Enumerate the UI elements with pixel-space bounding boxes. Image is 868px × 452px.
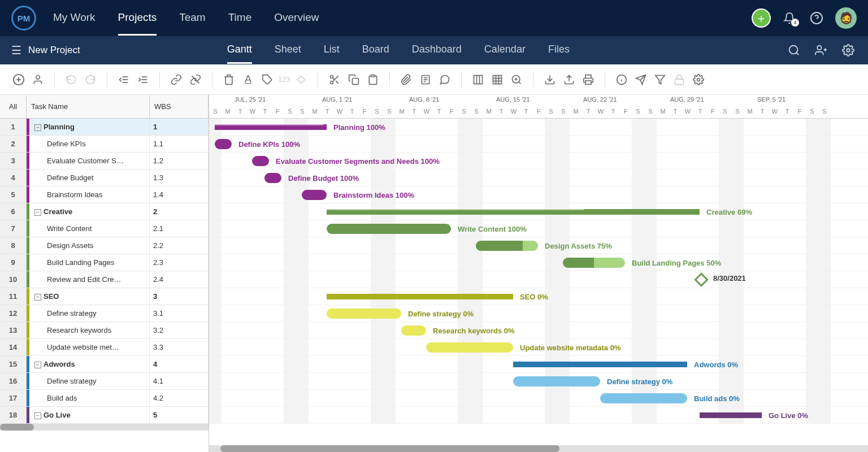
gantt-row[interactable]: Design Assets 75% <box>209 237 868 254</box>
settings-icon[interactable] <box>690 71 707 88</box>
viewtab-list[interactable]: List <box>324 37 340 64</box>
redo-icon[interactable] <box>82 71 99 88</box>
assign-user-icon[interactable] <box>29 71 46 88</box>
col-name[interactable]: Task Name <box>27 95 150 118</box>
paste-icon[interactable] <box>364 71 381 88</box>
gantt-row[interactable]: Update website metadata 0% <box>209 339 868 356</box>
link-icon[interactable] <box>168 71 185 88</box>
task-row[interactable]: 13Research keywords3.2 <box>0 322 209 339</box>
gantt-bar[interactable]: Evaluate Customer Segments and Needs 100… <box>252 156 269 166</box>
col-all[interactable]: All <box>0 95 27 118</box>
gantt-row[interactable]: Adwords 0% <box>209 356 868 373</box>
gantt-bar[interactable]: Update website metadata 0% <box>426 342 513 353</box>
viewtab-files[interactable]: Files <box>548 37 570 64</box>
gantt-row[interactable]: Planning 100% <box>209 119 868 136</box>
indent-icon[interactable] <box>134 71 151 88</box>
add-button[interactable]: ＋ <box>752 8 771 28</box>
topnav-time[interactable]: Time <box>228 1 252 36</box>
zoom-icon[interactable] <box>508 71 525 88</box>
right-scrollbar[interactable] <box>209 445 868 452</box>
topnav-team[interactable]: Team <box>179 1 205 36</box>
col-wbs[interactable]: WBS <box>150 95 209 118</box>
task-row[interactable]: 2Define KPIs1.1 <box>0 136 209 153</box>
task-row[interactable]: 5Brainstorm Ideas1.4 <box>0 186 209 203</box>
task-row[interactable]: 9Build Landing Pages2.3 <box>0 254 209 271</box>
task-row[interactable]: 6−Creative2 <box>0 203 209 220</box>
gantt-row[interactable]: Research keywords 0% <box>209 322 868 339</box>
gantt-row[interactable]: 8/30/2021 <box>209 271 868 288</box>
outdent-icon[interactable] <box>115 71 132 88</box>
gear-icon[interactable] <box>840 42 857 59</box>
gantt-row[interactable]: Go Live 0% <box>209 407 868 424</box>
add-task-icon[interactable] <box>10 71 27 88</box>
gantt-bar[interactable]: Creative 69% <box>327 209 700 215</box>
task-row[interactable]: 14Update website met…3.3 <box>0 339 209 356</box>
topnav-projects[interactable]: Projects <box>118 1 157 36</box>
left-scrollbar[interactable] <box>0 424 209 431</box>
text-style-icon[interactable]: A <box>240 71 257 88</box>
task-row[interactable]: 17Build ads4.2 <box>0 390 209 407</box>
topnav-overview[interactable]: Overview <box>274 1 319 36</box>
task-row[interactable]: 16Define strategy4.1 <box>0 373 209 390</box>
lock-icon[interactable] <box>671 71 688 88</box>
gantt-bar[interactable]: Build Landing Pages 50% <box>563 258 625 268</box>
delete-icon[interactable] <box>220 71 237 88</box>
gantt-row[interactable]: SEO 0% <box>209 288 868 305</box>
gantt-bar[interactable]: Go Live 0% <box>700 412 762 418</box>
gantt-row[interactable]: Build Landing Pages 50% <box>209 254 868 271</box>
gantt-row[interactable]: Write Content 100% <box>209 220 868 237</box>
gantt-bar[interactable]: SEO 0% <box>327 294 513 299</box>
gantt-bar[interactable]: Research keywords 0% <box>401 325 426 336</box>
gantt-bar[interactable]: Define Budget 100% <box>264 173 281 183</box>
viewtab-dashboard[interactable]: Dashboard <box>412 37 462 64</box>
comment-icon[interactable] <box>436 71 453 88</box>
gantt-row[interactable]: Define strategy 0% <box>209 373 868 390</box>
gantt-bar[interactable]: Design Assets 75% <box>476 241 538 251</box>
gantt-bar[interactable]: Adwords 0% <box>513 362 687 367</box>
task-row[interactable]: 3Evaluate Customer S…1.2 <box>0 153 209 169</box>
export-icon[interactable] <box>561 71 578 88</box>
gantt-bar[interactable]: Planning 100% <box>215 124 327 130</box>
gantt-bar[interactable]: Define KPIs 100% <box>215 139 232 149</box>
milestone-icon[interactable] <box>293 71 310 88</box>
cut-icon[interactable] <box>326 71 343 88</box>
gantt-row[interactable]: Brainstorm Ideas 100% <box>209 186 868 203</box>
send-icon[interactable] <box>632 71 649 88</box>
task-row[interactable]: 11−SEO3 <box>0 288 209 305</box>
notes-icon[interactable] <box>417 71 434 88</box>
columns-icon[interactable] <box>470 71 487 88</box>
undo-icon[interactable] <box>63 71 80 88</box>
tag-icon[interactable] <box>259 71 276 88</box>
search-icon[interactable] <box>785 42 802 59</box>
viewtab-sheet[interactable]: Sheet <box>275 37 301 64</box>
hamburger-icon[interactable]: ☰ <box>11 44 21 57</box>
gantt-bar[interactable]: Define strategy 0% <box>327 308 401 319</box>
gantt-bar[interactable]: Build ads 0% <box>600 393 687 403</box>
help-icon[interactable] <box>808 10 825 27</box>
project-name[interactable]: New Project <box>28 45 80 56</box>
logo[interactable]: PM <box>11 6 36 31</box>
task-row[interactable]: 4Define Budget1.3 <box>0 169 209 186</box>
copy-icon[interactable] <box>345 71 362 88</box>
gantt-row[interactable]: Creative 69% <box>209 203 868 220</box>
task-row[interactable]: 7Write Content2.1 <box>0 220 209 237</box>
task-row[interactable]: 8Design Assets2.2 <box>0 237 209 254</box>
gantt-bar[interactable]: Write Content 100% <box>327 224 451 234</box>
task-row[interactable]: 15−Adwords4 <box>0 356 209 373</box>
milestone-icon[interactable] <box>694 272 708 286</box>
gantt-row[interactable]: Define KPIs 100% <box>209 136 868 153</box>
gantt-row[interactable]: Define strategy 0% <box>209 305 868 322</box>
add-user-icon[interactable] <box>813 42 830 59</box>
viewtab-gantt[interactable]: Gantt <box>227 37 252 64</box>
filter-icon[interactable] <box>652 71 669 88</box>
gantt-row[interactable]: Build ads 0% <box>209 390 868 407</box>
topnav-my-work[interactable]: My Work <box>53 1 96 36</box>
print-icon[interactable] <box>580 71 597 88</box>
gantt-row[interactable]: Define Budget 100% <box>209 169 868 186</box>
import-icon[interactable] <box>541 71 558 88</box>
task-row[interactable]: 1−Planning1 <box>0 119 209 136</box>
task-row[interactable]: 10Review and Edit Cre…2.4 <box>0 271 209 288</box>
info-icon[interactable] <box>613 71 630 88</box>
gantt-bar[interactable]: Brainstorm Ideas 100% <box>302 190 327 200</box>
unlink-icon[interactable] <box>187 71 204 88</box>
